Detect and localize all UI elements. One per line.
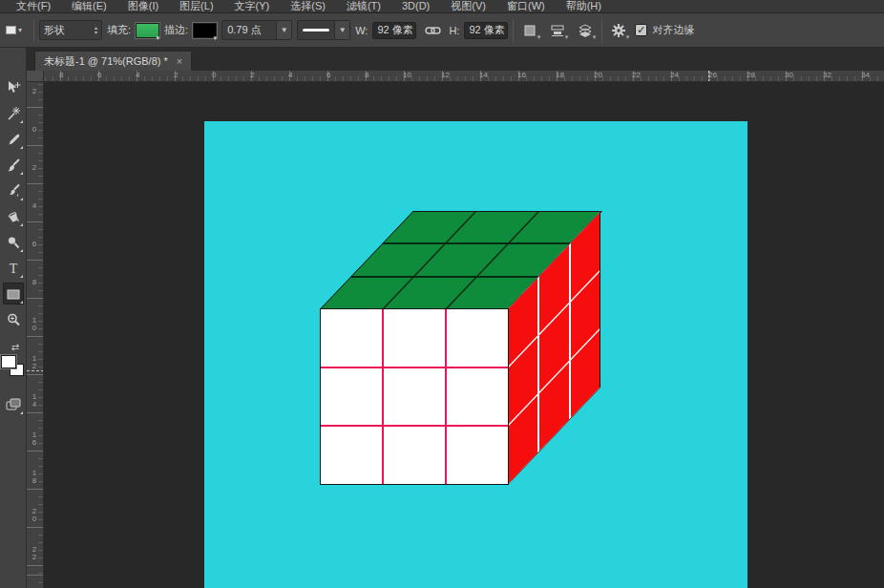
- cube-front-cell: [384, 309, 445, 367]
- close-icon[interactable]: ×: [177, 56, 182, 67]
- tool-preset-dropdown[interactable]: ▾: [4, 20, 29, 41]
- stroke-style-combo[interactable]: ▼: [297, 20, 350, 40]
- tool-mode-select[interactable]: 形状 ▴▾: [39, 20, 102, 40]
- link-dimensions-button[interactable]: [421, 20, 444, 41]
- ruler-number: 1 0: [27, 317, 42, 332]
- ruler-number: 1 8: [27, 470, 42, 485]
- screen-mode-icon: [6, 398, 21, 411]
- ruler-number: 6: [97, 71, 101, 79]
- flyout-triangle-icon: [20, 249, 23, 252]
- menu-item[interactable]: 视图(V): [440, 0, 496, 12]
- menu-item[interactable]: 窗口(W): [496, 0, 556, 12]
- align-edges-label: 对齐边缘: [652, 23, 694, 37]
- ruler-number: 2 0: [27, 508, 42, 523]
- width-label: W:: [355, 25, 368, 36]
- ruler-number: 2: [27, 164, 42, 172]
- type-tool[interactable]: T: [3, 257, 24, 279]
- path-alignment-icon: [551, 24, 565, 36]
- height-input[interactable]: 92 像素: [464, 22, 508, 39]
- move-tool-icon: [6, 80, 21, 95]
- mixer-brush-tool[interactable]: [3, 179, 24, 201]
- canvas[interactable]: [204, 121, 747, 588]
- menu-item[interactable]: 图像(I): [117, 0, 169, 12]
- menu-item[interactable]: 帮助(H): [556, 0, 612, 12]
- ruler-number: 2: [27, 88, 42, 95]
- chevron-down-icon: ▾: [18, 27, 22, 34]
- tool-mode-value: 形状: [44, 23, 65, 37]
- document-tab-title: 未标题-1 @ 71%(RGB/8) *: [44, 54, 168, 69]
- path-arrangement-icon: [578, 24, 593, 37]
- flyout-triangle-icon: [20, 411, 23, 414]
- vertical-ruler[interactable]: 2024681 01 21 41 61 82 02 2: [27, 82, 44, 588]
- path-alignment-button[interactable]: ▾: [546, 20, 569, 41]
- ruler-number: 1 6: [27, 431, 42, 447]
- document-tab[interactable]: 未标题-1 @ 71%(RGB/8) * ×: [34, 51, 192, 71]
- workspace: [44, 82, 884, 588]
- ruler-number: 2 2: [27, 546, 42, 561]
- menu-item[interactable]: 文件(F): [6, 0, 61, 12]
- ruler-number: 20: [594, 71, 602, 79]
- ruler-number: 26: [708, 71, 717, 79]
- color-swatches: [1, 355, 26, 380]
- height-label: H:: [449, 25, 459, 36]
- path-arrangement-button[interactable]: ▾: [574, 20, 597, 41]
- switch-colors-icon[interactable]: ⇄: [8, 340, 23, 353]
- foreground-color-swatch[interactable]: [1, 355, 16, 368]
- magic-wand-tool[interactable]: [3, 102, 24, 124]
- ruler-number: 1 4: [27, 393, 42, 409]
- tool-panel: T⇄: [0, 48, 27, 588]
- menu-item[interactable]: 3D(D): [391, 0, 440, 12]
- menu-item[interactable]: 文字(Y): [224, 0, 281, 12]
- ruler-number: 1 2: [27, 355, 42, 370]
- dodge-tool-icon: [6, 235, 21, 250]
- divider: [513, 19, 514, 42]
- ruler-cursor-marker: [708, 71, 709, 82]
- dodge-tool[interactable]: [3, 231, 24, 253]
- cube-front-cell: [447, 368, 508, 426]
- chevron-down-icon: ▾: [593, 33, 597, 41]
- menu-item[interactable]: 选择(S): [280, 0, 336, 12]
- zoom-tool[interactable]: [3, 308, 24, 330]
- brush-tool[interactable]: [3, 154, 24, 176]
- menu-item[interactable]: 编辑(E): [61, 0, 117, 12]
- chevron-down-icon: ▾: [157, 34, 160, 42]
- chevron-down-icon: ▼: [334, 21, 349, 39]
- fill-color-swatch[interactable]: ▾: [136, 23, 159, 38]
- ruler-number: 14: [479, 71, 488, 79]
- screen-mode-button[interactable]: [3, 393, 24, 415]
- check-icon: ✓: [637, 25, 645, 35]
- paint-bucket-tool[interactable]: [3, 205, 24, 227]
- cube-front-cell: [447, 427, 508, 484]
- magic-wand-tool-icon: [6, 106, 21, 121]
- ruler-number: 24: [670, 71, 679, 79]
- mixer-brush-tool-icon: [6, 183, 21, 199]
- height-value: 92 像素: [469, 23, 504, 37]
- ruler-origin-corner[interactable]: [27, 71, 44, 82]
- eyedropper-tool[interactable]: [3, 128, 24, 150]
- align-edges-checkbox[interactable]: ✓: [635, 24, 647, 36]
- path-operations-button[interactable]: ▾: [518, 20, 541, 41]
- menu-item[interactable]: 滤镜(T): [336, 0, 391, 12]
- fill-label: 填充:: [107, 23, 131, 37]
- cube-front-cell: [447, 309, 508, 367]
- width-value: 92 像素: [377, 23, 412, 37]
- move-tool[interactable]: [3, 76, 24, 98]
- rectangle-tool[interactable]: [3, 283, 24, 304]
- photoshop-window: 文件(F)编辑(E)图像(I)图层(L)文字(Y)选择(S)滤镜(T)3D(D)…: [0, 0, 884, 588]
- ruler-number: 16: [517, 71, 526, 79]
- chevron-down-icon: ▾: [537, 33, 541, 41]
- stroke-width-combo[interactable]: 0.79 点 ▼: [221, 20, 292, 40]
- stroke-color-swatch[interactable]: ▾: [193, 23, 217, 38]
- horizontal-ruler[interactable]: 86420246810121416182022242628303234: [44, 71, 884, 82]
- ruler-number: 12: [441, 71, 450, 79]
- cube-front-face: [320, 308, 509, 485]
- menu-item[interactable]: 图层(L): [169, 0, 223, 12]
- options-bar: ▾ 形状 ▴▾ 填充: ▾ 描边: ▾ 0.79 点 ▼ ▼ W: 92 像素: [0, 13, 884, 48]
- stroke-label: 描边:: [164, 23, 188, 37]
- gear-icon: [611, 23, 626, 38]
- ruler-number: 4: [27, 202, 42, 210]
- geometry-options-button[interactable]: ▾: [607, 20, 630, 41]
- chevron-down-icon: ▾: [565, 33, 569, 41]
- width-input[interactable]: 92 像素: [372, 22, 416, 39]
- ruler-number: 18: [556, 71, 564, 79]
